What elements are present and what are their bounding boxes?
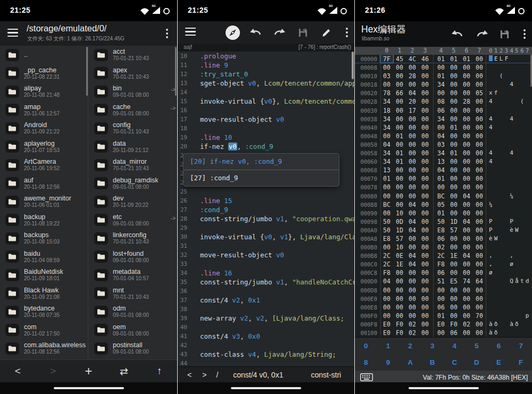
add-button[interactable]: +	[78, 364, 99, 379]
hex-byte[interactable]: 1E	[393, 260, 406, 269]
hex-key-c[interactable]: C	[444, 354, 466, 371]
file-row[interactable]: lost+found09-01-01 08:00	[89, 248, 177, 266]
gesture-handle[interactable]	[409, 387, 479, 389]
hex-byte[interactable]: 00	[419, 277, 431, 286]
code-line[interactable]: 14	[178, 88, 354, 97]
hex-byte[interactable]: 00	[393, 312, 406, 320]
file-row[interactable]: odm09-01-01 08:00	[89, 303, 177, 321]
file-row[interactable]: metadata70-01-04 10:57	[89, 266, 177, 284]
edit-pencil-icon[interactable]	[318, 24, 334, 40]
hex-byte[interactable]: 00	[435, 286, 447, 295]
hex-byte[interactable]: 34	[380, 97, 393, 106]
hex-byte[interactable]: 00	[406, 157, 419, 166]
hex-byte[interactable]: 00	[473, 72, 486, 80]
hex-row[interactable]: 0008000000000BC000400 ¼	[355, 192, 532, 200]
hex-byte[interactable]: 01	[447, 149, 460, 157]
hex-byte[interactable]: 13	[380, 166, 393, 174]
file-row[interactable]: oem09-01-01 08:00	[89, 321, 177, 340]
scrollbar-right-column[interactable]	[175, 47, 177, 96]
hex-byte[interactable]: 00	[380, 192, 393, 200]
hex-byte[interactable]: 00	[447, 192, 460, 200]
snippet-item[interactable]: const-stri	[311, 371, 341, 379]
hex-byte[interactable]: 00	[406, 63, 419, 72]
hex-row[interactable]: 000B82C0E04002C1E0400, ,	[355, 252, 532, 260]
hex-byte[interactable]: 00	[473, 260, 486, 269]
hex-byte[interactable]: 00	[419, 329, 431, 337]
hex-byte[interactable]: 66	[393, 89, 406, 97]
hex-byte[interactable]: 00	[393, 140, 406, 149]
code-line[interactable]: 11.line 9	[178, 61, 354, 70]
hex-byte[interactable]: 00	[419, 80, 431, 89]
scrollbar-left-column[interactable]	[86, 47, 88, 96]
hex-row[interactable]: 000D80000000000000000	[355, 286, 532, 295]
hex-byte[interactable]: 06	[435, 303, 447, 312]
hex-byte[interactable]: 00	[460, 80, 473, 89]
hex-byte[interactable]: E8	[380, 234, 393, 243]
hex-byte[interactable]: 00	[447, 312, 460, 320]
hex-byte[interactable]: 00	[406, 115, 419, 123]
hex-byte[interactable]: 00	[447, 209, 460, 217]
hex-byte[interactable]: 01	[380, 174, 393, 183]
undo-icon[interactable]	[450, 26, 466, 42]
hex-byte[interactable]: 00	[435, 89, 447, 97]
hex-row[interactable]: 00100E0F0020000060000àð	[355, 329, 532, 337]
hex-byte[interactable]: 04	[460, 192, 473, 200]
hex-byte[interactable]: 00	[419, 200, 431, 209]
hex-byte[interactable]: 00	[460, 226, 473, 234]
hex-byte[interactable]: 00	[460, 209, 473, 217]
hex-byte[interactable]: 03	[435, 140, 447, 149]
hex-byte[interactable]: 00	[406, 312, 419, 320]
hex-row[interactable]: 000500400000003000000	[355, 140, 532, 149]
hex-byte[interactable]: 34	[380, 149, 393, 157]
hex-byte[interactable]: 04	[406, 226, 419, 234]
hex-key-1[interactable]: 1	[377, 338, 400, 354]
hex-byte[interactable]: 00	[447, 97, 460, 106]
hex-byte[interactable]: F0	[393, 329, 406, 337]
hex-byte[interactable]: 00	[460, 260, 473, 269]
code-line[interactable]: 35const-string/jumbo v1, "handleNoCatchC…	[178, 278, 354, 287]
forward-button[interactable]: >	[43, 365, 64, 377]
code-line[interactable]: 18	[178, 124, 354, 133]
hex-byte[interactable]: 00	[447, 269, 460, 277]
hex-byte[interactable]: 34	[380, 123, 393, 132]
hex-byte[interactable]: 00	[460, 200, 473, 209]
hex-byte[interactable]: 00	[460, 115, 473, 123]
code-line[interactable]: 39new-array v2, v2, [Ljava/lang/Class;	[178, 314, 354, 323]
code-line[interactable]: 25	[178, 187, 354, 196]
hex-byte[interactable]: 00	[447, 303, 460, 312]
hex-byte[interactable]: 00	[406, 234, 419, 243]
code-line[interactable]: 30invoke-virtual {v0, v1}, Ljava/lang/Cl…	[178, 232, 354, 241]
hex-byte[interactable]: 06	[435, 234, 447, 243]
hex-byte[interactable]: 00	[460, 157, 473, 166]
hex-byte[interactable]: 57	[393, 234, 406, 243]
hex-byte[interactable]: 00	[419, 149, 431, 157]
hex-byte[interactable]: 00	[447, 157, 460, 166]
hex-byte[interactable]: 00	[473, 174, 486, 183]
hex-byte[interactable]: 00	[460, 63, 473, 72]
hex-byte[interactable]: 00	[460, 295, 473, 303]
hex-row[interactable]: 000F00000000001000070 p	[355, 312, 532, 320]
hex-row[interactable]: 000700100000001000000	[355, 174, 532, 183]
hex-byte[interactable]: 01	[435, 209, 447, 217]
hex-byte[interactable]: 00	[460, 303, 473, 312]
hex-byte[interactable]: 00	[406, 166, 419, 174]
hex-byte[interactable]: 18	[380, 106, 393, 115]
hex-byte[interactable]: 00	[447, 80, 460, 89]
hex-byte[interactable]: 04	[406, 200, 419, 209]
hex-byte[interactable]: 00	[419, 132, 431, 140]
code-line[interactable]: 41const/4 v3, 0x0	[178, 332, 354, 341]
hex-byte[interactable]: 00	[473, 217, 486, 226]
hex-key-5[interactable]: 5	[466, 338, 488, 354]
hex-byte[interactable]: 00	[460, 166, 473, 174]
code-line[interactable]: 27:cond_9	[178, 205, 354, 214]
hex-byte[interactable]: 28	[460, 97, 473, 106]
hex-byte[interactable]: 04	[406, 260, 419, 269]
hex-byte[interactable]: 00	[473, 226, 486, 234]
hex-byte[interactable]: 04	[435, 132, 447, 140]
hex-byte[interactable]: 00	[473, 63, 486, 72]
back-button[interactable]: <	[7, 365, 28, 377]
code-line[interactable]: 20if-nez v0, :cond_9	[178, 142, 354, 151]
hex-row[interactable]: 000480001000004000000	[355, 132, 532, 140]
hex-byte[interactable]: 00	[447, 89, 460, 97]
navigate-compass-icon[interactable]	[225, 24, 240, 40]
